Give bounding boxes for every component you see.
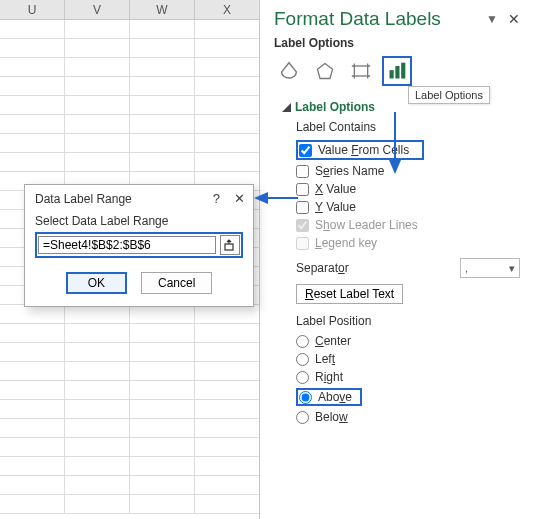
range-picker-icon[interactable] [220, 235, 240, 255]
separator-label: Separator [296, 261, 349, 275]
fill-line-icon[interactable] [274, 56, 304, 86]
position-left-radio[interactable]: Left [296, 352, 520, 366]
svg-rect-2 [390, 70, 394, 78]
dialog-title: Data Label Range [35, 192, 132, 206]
position-center-radio[interactable]: Center [296, 334, 520, 348]
column-headers: U V W X [0, 0, 259, 20]
svg-rect-4 [401, 63, 405, 79]
col-header[interactable]: X [195, 0, 259, 19]
y-value-checkbox[interactable]: Y Value [296, 200, 520, 214]
section-label: Label Options [274, 36, 520, 50]
effects-icon[interactable] [310, 56, 340, 86]
label-options-icon[interactable] [382, 56, 412, 86]
format-data-labels-pane: Format Data Labels ▼ ✕ Label Options Lab… [260, 0, 534, 519]
show-leader-lines-checkbox: Show Leader Lines [296, 218, 520, 232]
category-icons: Label Options [274, 56, 520, 86]
collapse-icon [282, 103, 291, 112]
legend-key-checkbox: Legend key [296, 236, 520, 250]
col-header[interactable]: V [65, 0, 130, 19]
col-header[interactable]: W [130, 0, 195, 19]
separator-dropdown[interactable]: , ▾ [460, 258, 520, 278]
position-above-radio[interactable]: Above [296, 388, 362, 406]
label-contains-label: Label Contains [296, 120, 520, 134]
range-input[interactable] [38, 236, 216, 254]
cancel-button[interactable]: Cancel [141, 272, 212, 294]
pane-menu-icon[interactable]: ▼ [486, 12, 498, 26]
col-header[interactable]: U [0, 0, 65, 19]
tooltip: Label Options [408, 86, 490, 104]
range-field-label: Select Data Label Range [35, 214, 243, 228]
help-icon[interactable]: ? [213, 191, 220, 206]
pane-title: Format Data Labels [274, 8, 441, 30]
size-properties-icon[interactable] [346, 56, 376, 86]
position-below-radio[interactable]: Below [296, 410, 520, 424]
svg-marker-5 [282, 103, 291, 112]
ok-button[interactable]: OK [66, 272, 127, 294]
chevron-down-icon: ▾ [509, 262, 515, 275]
label-position-label: Label Position [296, 314, 520, 328]
svg-rect-1 [354, 66, 367, 76]
svg-rect-3 [395, 66, 399, 79]
svg-rect-6 [225, 244, 233, 250]
close-icon[interactable]: ✕ [234, 191, 245, 206]
value-from-cells-checkbox[interactable]: Value From Cells [296, 140, 424, 160]
series-name-checkbox[interactable]: Series Name [296, 164, 520, 178]
close-icon[interactable]: ✕ [508, 11, 520, 27]
svg-marker-0 [318, 64, 333, 79]
reset-label-text-button[interactable]: Reset Label Text [296, 284, 403, 304]
x-value-checkbox[interactable]: X Value [296, 182, 520, 196]
data-label-range-dialog: Data Label Range ? ✕ Select Data Label R… [24, 184, 254, 307]
position-right-radio[interactable]: Right [296, 370, 520, 384]
